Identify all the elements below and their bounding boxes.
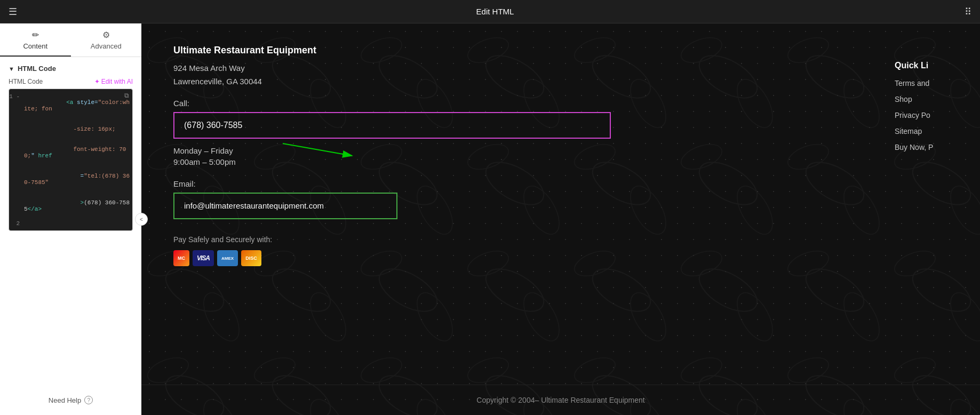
- quick-link-buynow[interactable]: Buy Now, P: [895, 143, 948, 151]
- code-line-2: 2: [9, 219, 132, 227]
- edit-with-ai-label: Edit with AI: [101, 78, 133, 85]
- copy-button[interactable]: ⧉: [124, 92, 129, 100]
- top-bar: ☰ Edit HTML ⠿: [0, 0, 980, 23]
- email-label: Email:: [173, 179, 632, 188]
- quick-links-title: Quick Li: [895, 61, 948, 70]
- line-num-1: 1 -: [9, 93, 24, 100]
- panel-tabs: ✏ Content ⚙ Advanced: [0, 23, 141, 57]
- main-layout: ✏ Content ⚙ Advanced ▼ HTML Code HTML Co…: [0, 23, 980, 415]
- email-address: info@ultimaterestaurantequipment.com: [184, 201, 324, 210]
- quick-link-privacy[interactable]: Privacy Po: [895, 111, 948, 119]
- company-name: Ultimate Restaurant Equipment: [173, 45, 632, 56]
- hours-label: Monday – Friday: [173, 146, 632, 155]
- code-label: HTML Code: [9, 78, 43, 85]
- phone-box: (678) 360-7585: [173, 112, 611, 139]
- line-content-1b: -size: 16px;: [24, 119, 132, 139]
- page-title: Edit HTML: [26, 7, 965, 16]
- email-box: info@ultimaterestaurantequipment.com: [173, 193, 397, 219]
- tab-content[interactable]: ✏ Content: [0, 23, 71, 57]
- call-label: Call:: [173, 99, 632, 108]
- line-num-1d: [9, 166, 24, 167]
- need-help-label: Need Help: [49, 396, 81, 404]
- line-num-1c: [9, 140, 24, 140]
- quick-link-shop[interactable]: Shop: [895, 95, 948, 103]
- content-inner: Ultimate Restaurant Equipment 924 Mesa A…: [141, 23, 980, 415]
- line-num-1b: [9, 119, 24, 120]
- quick-link-sitemap[interactable]: Sitemap: [895, 127, 948, 135]
- ai-sparkle-icon: ✦: [94, 78, 100, 85]
- left-panel: ✏ Content ⚙ Advanced ▼ HTML Code HTML Co…: [0, 23, 141, 415]
- advanced-tab-icon: ⚙: [102, 30, 110, 40]
- line-num-1e: [9, 193, 24, 194]
- html-code-section: ▼ HTML Code HTML Code ✦ Edit with AI ⧉ 1…: [0, 57, 141, 235]
- visa-icon: VISA: [193, 250, 214, 266]
- tab-advanced[interactable]: ⚙ Advanced: [71, 23, 142, 57]
- footer-left: Ultimate Restaurant Equipment 924 Mesa A…: [173, 45, 632, 374]
- copyright: Copyright © 2004– Ultimate Restaurant Eq…: [141, 385, 980, 415]
- help-icon: ?: [84, 396, 93, 404]
- content-area: Ultimate Restaurant Equipment 924 Mesa A…: [141, 23, 980, 415]
- code-line-1c: font-weight: 700;" href: [9, 139, 132, 166]
- mastercard-icon: MC: [173, 250, 189, 266]
- section-header: ▼ HTML Code: [9, 65, 133, 73]
- menu-icon[interactable]: ☰: [9, 6, 17, 18]
- quick-links: Quick Li Terms and Shop Privacy Po Sitem…: [884, 45, 948, 374]
- collapse-panel-button[interactable]: <: [135, 213, 148, 226]
- hours-time: 9:00am – 5:00pm: [173, 157, 632, 166]
- code-line-1: 1 - <a style="color:white; fon: [9, 92, 132, 119]
- address-line2: Lawrenceville, GA 30044: [173, 77, 632, 86]
- line-content-1: <a style="color:white; fon: [24, 93, 132, 118]
- line-content-1c: font-weight: 700;" href: [24, 140, 132, 165]
- code-line-1d: ="tel:(678) 360-7585": [9, 166, 132, 193]
- line-content-1e: >(678) 360-7585</a>: [24, 193, 132, 219]
- line-num-2: 2: [9, 220, 24, 227]
- amex-icon: AMEX: [217, 250, 238, 266]
- section-toggle-icon[interactable]: ▼: [9, 66, 14, 72]
- section-title: HTML Code: [18, 65, 56, 73]
- discover-icon: DISC: [241, 250, 261, 266]
- code-label-row: HTML Code ✦ Edit with AI: [9, 78, 133, 85]
- footer-content: Ultimate Restaurant Equipment 924 Mesa A…: [141, 23, 980, 385]
- grid-icon[interactable]: ⠿: [965, 6, 971, 18]
- quick-link-terms[interactable]: Terms and: [895, 79, 948, 87]
- address-line1: 924 Mesa Arch Way: [173, 63, 632, 73]
- tab-advanced-label: Advanced: [91, 42, 122, 50]
- code-editor[interactable]: ⧉ 1 - <a style="color:white; fon -size: …: [9, 89, 133, 231]
- edit-with-ai-button[interactable]: ✦ Edit with AI: [94, 78, 133, 85]
- content-tab-icon: ✏: [32, 30, 39, 40]
- tab-content-label: Content: [23, 42, 47, 50]
- code-line-1e: >(678) 360-7585</a>: [9, 193, 132, 219]
- need-help[interactable]: Need Help ?: [0, 385, 141, 415]
- line-content-1d: ="tel:(678) 360-7585": [24, 166, 132, 192]
- phone-number: (678) 360-7585: [184, 121, 242, 130]
- code-line-1b: -size: 16px;: [9, 119, 132, 139]
- pay-text: Pay Safely and Securely with:: [173, 235, 632, 244]
- payment-icons: MC VISA AMEX DISC: [173, 250, 632, 266]
